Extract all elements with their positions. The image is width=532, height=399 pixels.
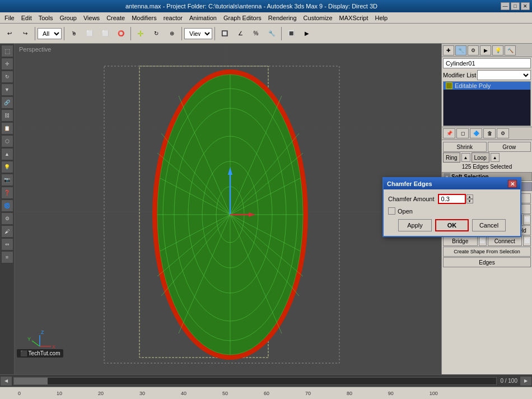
select-link-btn[interactable]: 🔗 bbox=[1, 96, 13, 109]
loop-button[interactable]: Loop bbox=[472, 152, 489, 163]
move-button[interactable]: ✛ bbox=[133, 26, 148, 41]
utilities-panel-btn[interactable]: 🔨 bbox=[505, 45, 516, 55]
cameras-btn[interactable]: 📷 bbox=[1, 174, 13, 186]
display-panel-btn[interactable]: 💡 bbox=[492, 45, 503, 55]
ring-button[interactable]: Ring bbox=[443, 152, 460, 163]
menu-create[interactable]: Create bbox=[103, 14, 128, 22]
chamfer-ok-button[interactable]: OK bbox=[435, 219, 469, 231]
select-region2-button[interactable]: ⬜ bbox=[98, 26, 113, 41]
loop-spinner-up[interactable]: ▲ bbox=[491, 153, 500, 162]
snap-toggle[interactable]: 🔲 bbox=[217, 26, 232, 41]
modifier-list-row: Modifier List bbox=[443, 70, 531, 80]
menu-tools[interactable]: Tools bbox=[35, 14, 57, 22]
render-button[interactable]: 🔳 bbox=[284, 26, 298, 41]
lights-btn[interactable]: 💡 bbox=[1, 161, 13, 173]
remove-modifier-btn[interactable]: 🗑 bbox=[483, 128, 496, 138]
shrink-button[interactable]: Shrink bbox=[443, 142, 487, 152]
prev-frame-btn[interactable]: ◀ bbox=[0, 376, 12, 386]
spacewarps-btn[interactable]: 🌀 bbox=[1, 200, 13, 212]
shapes-btn[interactable]: ⬡ bbox=[1, 135, 13, 147]
object-name-input[interactable] bbox=[443, 58, 531, 68]
menu-maxscript[interactable]: MAXScript bbox=[336, 14, 372, 22]
helpers-btn[interactable]: ❓ bbox=[1, 187, 13, 199]
chamfer-amount-up[interactable]: ▲ bbox=[466, 194, 473, 199]
viewport[interactable]: Perspective bbox=[15, 44, 441, 374]
motion-panel-btn[interactable]: ▶ bbox=[480, 45, 491, 55]
ruler-40: 40 bbox=[181, 391, 186, 396]
menu-modifiers[interactable]: Modifiers bbox=[128, 14, 160, 22]
redo-button[interactable]: ↪ bbox=[18, 26, 32, 41]
menu-animation[interactable]: Animation bbox=[186, 14, 220, 22]
bridge-button[interactable]: Bridge bbox=[443, 236, 478, 246]
rotate-button[interactable]: ↻ bbox=[149, 26, 164, 41]
minimize-button[interactable]: — bbox=[501, 2, 510, 10]
bridge-connect-row: Bridge ⬜ Connect ⬜ bbox=[443, 236, 531, 246]
menu-customize[interactable]: Customize bbox=[300, 14, 336, 22]
undo-button[interactable]: ↩ bbox=[2, 26, 17, 41]
hierarchy-btn[interactable]: 📋 bbox=[1, 122, 13, 134]
chamfer-amount-input[interactable] bbox=[438, 194, 466, 204]
chamfer-close-button[interactable]: ✕ bbox=[508, 180, 517, 188]
modifier-list-dropdown[interactable] bbox=[477, 70, 531, 80]
configure-btn[interactable]: ⚙ bbox=[497, 128, 509, 138]
spinner-snap[interactable]: 🔧 bbox=[264, 26, 279, 41]
chamfer-apply-button[interactable]: Apply bbox=[398, 219, 432, 231]
menu-help[interactable]: Help bbox=[372, 14, 391, 22]
menu-rendering[interactable]: Rendering bbox=[265, 14, 300, 22]
scale-button[interactable]: ⊕ bbox=[165, 26, 179, 41]
paint-btn[interactable]: 🖌 bbox=[1, 225, 13, 238]
menu-graph-editors[interactable]: Graph Editors bbox=[220, 14, 265, 22]
percent-snap[interactable]: % bbox=[249, 26, 263, 41]
ring-spinner-up[interactable]: ▲ bbox=[461, 153, 470, 162]
systems-btn[interactable]: ⚙ bbox=[1, 212, 13, 225]
quick-render[interactable]: ▶ bbox=[300, 26, 314, 41]
align-btn[interactable]: ≡ bbox=[1, 251, 13, 263]
scale-tool-btn[interactable]: ▼ bbox=[1, 83, 13, 96]
rotate-tool-btn[interactable]: ↻ bbox=[1, 71, 13, 83]
mirror-btn[interactable]: ⇔ bbox=[1, 238, 13, 250]
menu-group[interactable]: Group bbox=[56, 14, 80, 22]
window-controls[interactable]: — □ ✕ bbox=[501, 2, 530, 10]
timeline-scrollbar[interactable] bbox=[13, 377, 497, 385]
make-unique-btn[interactable]: 🔷 bbox=[470, 128, 482, 138]
select-lasso-button[interactable]: ⭕ bbox=[114, 26, 128, 41]
unlink-btn[interactable]: ⛓ bbox=[1, 109, 13, 122]
maximize-button[interactable]: □ bbox=[511, 2, 520, 10]
chamfer-cancel-button[interactable]: Cancel bbox=[472, 219, 506, 231]
select-region-button[interactable]: ⬜ bbox=[82, 26, 97, 41]
watermark: ⬛ TechTut.com bbox=[17, 349, 63, 358]
move-tool-btn[interactable]: ✛ bbox=[1, 58, 13, 70]
chamfer-dialog: Chamfer Edges ✕ Chamfer Amount ▲ ▼ Open … bbox=[382, 177, 521, 237]
bridge-settings-btn[interactable]: ⬜ bbox=[479, 236, 487, 246]
menu-reactor[interactable]: reactor bbox=[160, 14, 186, 22]
selection-filter-dropdown[interactable]: All bbox=[38, 28, 62, 39]
next-frame-btn[interactable]: ▶ bbox=[520, 376, 532, 386]
timeline-thumb[interactable] bbox=[14, 378, 48, 384]
create-shape-button[interactable]: Create Shape From Selection bbox=[443, 247, 531, 257]
menu-views[interactable]: Views bbox=[80, 14, 103, 22]
select-object-btn[interactable]: ⬚ bbox=[1, 45, 13, 57]
ruler-100: 100 bbox=[430, 391, 438, 396]
grow-button[interactable]: Grow bbox=[488, 142, 531, 152]
chamfer-amount-down[interactable]: ▼ bbox=[466, 199, 473, 203]
show-end-result-btn[interactable]: ◻ bbox=[456, 128, 469, 138]
stack-item-editable-poly[interactable]: Editable Poly bbox=[444, 82, 530, 90]
menu-edit[interactable]: Edit bbox=[18, 14, 35, 22]
select-tool-button[interactable]: 🖱 bbox=[67, 26, 81, 41]
pin-stack-btn[interactable]: 📌 bbox=[443, 128, 455, 138]
weld-settings-btn[interactable]: ⬜ bbox=[523, 215, 531, 225]
close-button[interactable]: ✕ bbox=[521, 2, 530, 10]
edges-button[interactable]: Edges bbox=[443, 257, 531, 267]
chamfer-open-checkbox[interactable] bbox=[388, 207, 395, 215]
viewport-dropdown[interactable]: View bbox=[184, 28, 212, 39]
ruler-50: 50 bbox=[222, 391, 228, 396]
angle-snap[interactable]: ∠ bbox=[233, 26, 248, 41]
hierarchy-panel-btn[interactable]: ⚙ bbox=[468, 45, 479, 55]
menu-file[interactable]: File bbox=[1, 14, 18, 22]
create-panel-btn[interactable]: ✚ bbox=[443, 45, 454, 55]
connect-settings-btn[interactable]: ⬜ bbox=[523, 236, 531, 246]
connect-button[interactable]: Connect bbox=[488, 236, 522, 246]
modify-panel-btn[interactable]: 🔧 bbox=[455, 45, 466, 55]
ring-loop-row: Ring ▲ Loop ▲ bbox=[443, 152, 531, 163]
geometry-btn[interactable]: ▲ bbox=[1, 148, 13, 160]
